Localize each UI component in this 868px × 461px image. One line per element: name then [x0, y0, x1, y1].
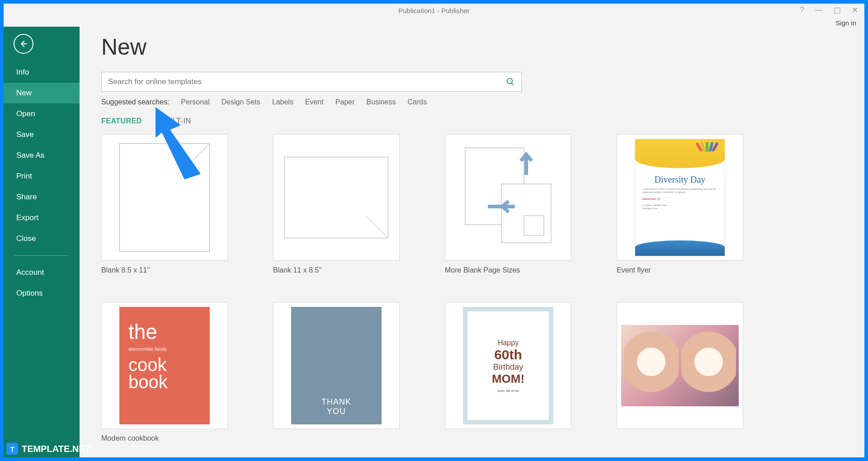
suggest-business[interactable]: Business: [367, 98, 396, 106]
template-grid: Blank 8.5 x 11" Blank 11 x 8.5": [101, 134, 843, 457]
signin-row: Sign in: [4, 17, 864, 27]
close-icon[interactable]: ✕: [852, 5, 858, 15]
svg-point-1: [507, 79, 513, 84]
sidebar-item-open[interactable]: Open: [4, 103, 80, 124]
flowers-preview: [621, 325, 739, 406]
search-input[interactable]: [108, 77, 506, 86]
suggest-design-sets[interactable]: Design Sets: [221, 98, 260, 106]
suggest-cards[interactable]: Cards: [407, 98, 427, 106]
suggest-event[interactable]: Event: [305, 98, 324, 106]
template-caption: Modern cookbook: [101, 434, 228, 442]
watermark-text: TEMPLATE.NET: [22, 444, 90, 454]
flyer-preview: Diversity Day Lorem ipsum dolor sit amet…: [635, 139, 725, 256]
sidebar-item-account[interactable]: Account: [4, 262, 80, 283]
help-icon[interactable]: ?: [800, 5, 804, 15]
thank-preview: THANK YOU: [291, 307, 382, 424]
svg-line-2: [512, 83, 514, 85]
template-caption: Blank 8.5 x 11": [101, 266, 228, 274]
template-caption: Blank 11 x 8.5": [273, 266, 400, 274]
back-arrow-icon: [19, 39, 28, 49]
sidebar-item-save[interactable]: Save: [4, 124, 80, 145]
suggest-labels[interactable]: Labels: [272, 98, 293, 106]
template-search[interactable]: [101, 72, 522, 92]
sidebar-item-print[interactable]: Print: [4, 166, 80, 187]
sidebar-item-close[interactable]: Close: [4, 228, 80, 249]
sidebar-divider: [14, 255, 69, 256]
svg-marker-0: [156, 107, 201, 179]
template-event-flyer[interactable]: Diversity Day Lorem ipsum dolor sit amet…: [617, 134, 743, 274]
cookbook-preview: the abercrombie family cook book: [119, 307, 210, 424]
signin-link[interactable]: Sign in: [835, 19, 856, 27]
watermark: T TEMPLATE.NET: [6, 443, 90, 455]
blank-page-landscape-icon: [284, 157, 388, 238]
svg-rect-5: [524, 216, 544, 235]
backstage-sidebar: Info New Open Save Save As Print Share E…: [4, 27, 80, 457]
suggest-paper[interactable]: Paper: [335, 98, 355, 106]
app-window: Publication1 - Publisher ? — ▢ ✕ Sign in…: [4, 4, 864, 457]
search-icon[interactable]: [506, 77, 515, 86]
flyer-title: Diversity Day: [635, 174, 725, 185]
template-more-blank-sizes[interactable]: More Blank Page Sizes: [445, 134, 571, 274]
bday-preview: Happy 60th Birthday MOM! love, all of us: [463, 307, 553, 424]
template-modern-cookbook[interactable]: the abercrombie family cook book Modern …: [101, 302, 228, 442]
window-controls: ? — ▢ ✕: [794, 4, 864, 17]
annotation-arrow-icon: [152, 103, 215, 180]
main-pane: New Suggested searches: Personal Design …: [80, 27, 864, 457]
template-blank-landscape[interactable]: Blank 11 x 8.5": [273, 134, 400, 274]
template-greeting-card[interactable]: [617, 302, 743, 442]
sidebar-item-share[interactable]: Share: [4, 187, 80, 207]
sidebar-item-options[interactable]: Options: [4, 283, 80, 304]
sidebar-item-saveas[interactable]: Save As: [4, 145, 80, 166]
maximize-icon[interactable]: ▢: [834, 5, 841, 15]
sidebar-item-export[interactable]: Export: [4, 207, 80, 228]
template-caption: More Blank Page Sizes: [445, 266, 571, 274]
tab-featured[interactable]: FEATURED: [101, 117, 142, 125]
sidebar-item-new[interactable]: New: [4, 83, 80, 103]
window-title: Publication1 - Publisher: [398, 7, 470, 14]
template-birthday-card[interactable]: Happy 60th Birthday MOM! love, all of us: [445, 302, 571, 442]
titlebar: Publication1 - Publisher ? — ▢ ✕: [4, 4, 864, 17]
watermark-icon: T: [6, 443, 18, 455]
template-caption: Event flyer: [617, 266, 743, 274]
page-sizes-icon: [456, 143, 560, 252]
template-thank-you[interactable]: THANK YOU: [273, 302, 400, 442]
minimize-icon[interactable]: —: [815, 5, 823, 15]
sidebar-item-info[interactable]: Info: [4, 62, 80, 83]
back-button[interactable]: [14, 34, 33, 54]
page-title: New: [101, 34, 843, 60]
